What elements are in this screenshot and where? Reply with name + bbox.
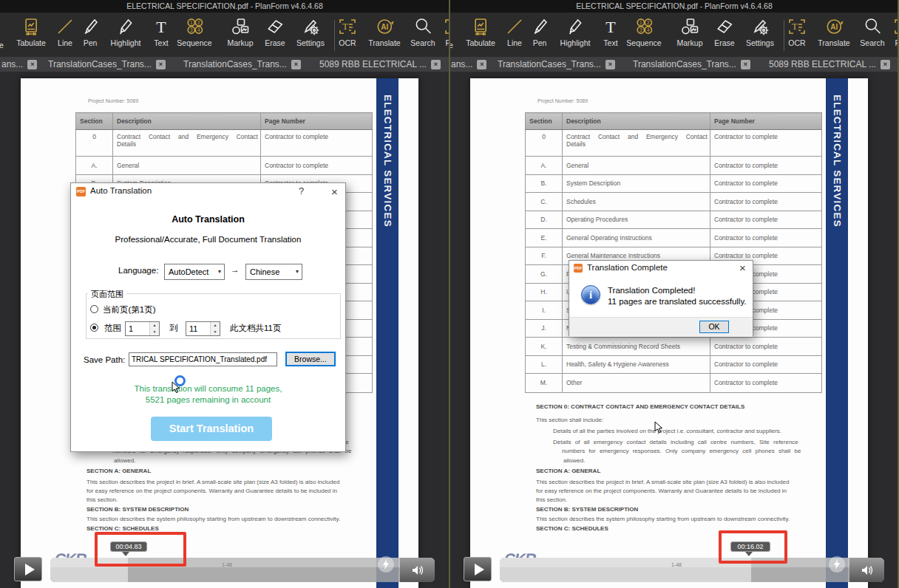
window-titlebar: ELECTRICAL SPECIFICATION.pdf - PlanForm … xyxy=(450,0,899,13)
toolbar-item-markup[interactable]: Markup xyxy=(676,17,702,48)
tab-close-icon[interactable]: × xyxy=(156,60,166,69)
browse-button[interactable]: Browse... xyxy=(285,352,336,366)
tabulate-icon xyxy=(471,17,490,36)
range-to-input[interactable]: 11▲▼ xyxy=(186,321,220,336)
toolbar-item-text[interactable]: TText xyxy=(601,17,620,48)
play-button[interactable] xyxy=(464,557,492,581)
lightning-button[interactable] xyxy=(829,556,845,572)
tab-close-icon[interactable]: × xyxy=(27,60,37,69)
cell-section: B. xyxy=(526,174,563,193)
spinner-arrows[interactable]: ▲▼ xyxy=(210,322,220,335)
ok-button[interactable]: OK xyxy=(699,321,729,333)
seek-bar[interactable]: 1-48 xyxy=(500,558,884,582)
start-translation-button[interactable]: Start Translation xyxy=(151,417,272,441)
svg-text:T: T xyxy=(605,18,616,36)
cell-description: Testing & Commissioning Record Sheets xyxy=(563,338,710,356)
line-icon xyxy=(505,17,524,36)
toolbar-item-tabulate[interactable]: Tabulate xyxy=(16,17,46,48)
source-language-select[interactable]: AutoDetect▾ xyxy=(164,264,225,280)
spinner-arrows[interactable]: ▲▼ xyxy=(149,322,159,335)
close-icon[interactable]: × xyxy=(331,185,338,198)
toolbar-item-sequence[interactable]: 1234Sequence xyxy=(626,17,661,48)
tab-3[interactable]: 5089 RBB ELECTRICAL ...× xyxy=(769,57,890,72)
tab-close-icon[interactable]: × xyxy=(741,60,750,69)
toolbar-item-clipped-right[interactable]: P xyxy=(438,17,450,48)
line-icon xyxy=(55,17,75,36)
help-button[interactable]: ? xyxy=(299,185,304,196)
lightning-button[interactable] xyxy=(378,556,394,572)
doc-text-line: SECTION A: GENERAL xyxy=(536,468,600,474)
toolbar-item-tabulate[interactable]: Tabulate xyxy=(466,17,495,48)
radio-page-range[interactable] xyxy=(90,324,98,332)
doc-text-line: allowed. xyxy=(563,457,585,464)
volume-button[interactable] xyxy=(400,558,435,582)
tab-1[interactable]: TranslationCases_Trans...× xyxy=(48,57,166,72)
volume-button[interactable] xyxy=(849,558,884,582)
doc-text-line: for easy reference on the project compon… xyxy=(536,488,787,494)
table-row: M.OtherContractor to complete xyxy=(526,374,822,393)
toolbar-item-highlight[interactable]: Highlight xyxy=(560,17,591,48)
project-number: Project Number: 5089 xyxy=(537,98,588,103)
toolbar-item-translate[interactable]: AITranslate xyxy=(368,17,400,48)
dialog-titlebar: PDF Auto Translation ? × xyxy=(71,183,345,199)
toolbar-item-settings[interactable]: Settings xyxy=(296,17,325,48)
cell-page: Contractor to complete xyxy=(710,130,822,157)
tab-0[interactable]: ans...× xyxy=(451,57,486,72)
toolbar-item-erase[interactable]: Erase xyxy=(265,17,285,48)
tab-close-icon[interactable]: × xyxy=(605,60,615,69)
toolbar-item-pen[interactable]: Pen xyxy=(530,17,549,48)
annotation-box xyxy=(719,530,787,564)
play-button[interactable] xyxy=(14,557,42,581)
toolbar-item-line[interactable]: Line xyxy=(505,17,524,48)
range-from-input[interactable]: 1▲▼ xyxy=(125,321,160,336)
toolbar-item-translate[interactable]: AITranslate xyxy=(818,17,849,48)
text-icon: T xyxy=(601,17,620,36)
save-path-input[interactable]: TRICAL SPECIFICATION_Translated.pdf xyxy=(129,352,277,366)
cell-section: J. xyxy=(526,319,563,338)
cell-page: Contractor to complete xyxy=(710,211,822,229)
range-to-label: 到 xyxy=(169,323,178,334)
toolbar-item-label: Search xyxy=(410,38,435,48)
save-path-label: Save Path: xyxy=(84,355,125,364)
tab-0[interactable]: ans...× xyxy=(1,57,37,72)
play-icon xyxy=(475,564,484,575)
cell-section: K. xyxy=(526,338,563,356)
doc-text-line: this section. xyxy=(536,496,567,503)
annotation-box xyxy=(95,532,186,567)
svg-text:4: 4 xyxy=(197,27,200,33)
toolbar-item-settings[interactable]: Settings xyxy=(746,17,774,48)
toolbar-item-clipped-left[interactable]: e xyxy=(0,41,4,50)
target-language-select[interactable]: Chinese▾ xyxy=(245,264,302,280)
tab-3[interactable]: 5089 RBB ELECTRICAL ...× xyxy=(319,57,441,72)
tab-close-icon[interactable]: × xyxy=(291,60,301,69)
radio-current-page-label: 当前页(第1页) xyxy=(103,304,156,315)
toolbar-item-ocr[interactable]: TOCR xyxy=(787,17,807,48)
ocr-icon: T xyxy=(787,17,807,36)
toolbar-item-ocr[interactable]: TOCR xyxy=(338,17,357,48)
toolbar-item-text[interactable]: TText xyxy=(152,17,171,48)
dialog-subheading: Professional/Accurate, Full Document Tra… xyxy=(71,235,345,244)
toolbar-item-erase[interactable]: Erase xyxy=(714,17,734,48)
toolbar-item-markup[interactable]: Markup xyxy=(227,17,253,48)
consume-text-line1: This translation will consume 11 pages, xyxy=(71,384,345,393)
radio-current-page[interactable] xyxy=(90,305,98,313)
toolbar-item-highlight[interactable]: Highlight xyxy=(111,17,141,48)
cell-section: M. xyxy=(526,374,563,393)
close-icon[interactable]: × xyxy=(739,261,746,274)
tab-close-icon[interactable]: × xyxy=(431,60,441,69)
toolbar-item-search[interactable]: Search xyxy=(410,17,435,48)
tab-2[interactable]: TranslationCases_Trans...× xyxy=(633,57,750,72)
search-icon xyxy=(863,17,882,36)
tab-1[interactable]: TranslationCases_Trans...× xyxy=(498,57,615,72)
toolbar-item-search[interactable]: Search xyxy=(860,17,884,48)
toolbar-item-sequence[interactable]: 1234Sequence xyxy=(177,17,211,48)
table-row: 0Contract Contact and Emergency Contact … xyxy=(526,130,822,157)
tab-2[interactable]: TranslationCases_Trans...× xyxy=(183,57,301,72)
side-banner: ELECTRICAL SERVICES xyxy=(826,78,848,588)
toolbar-item-line[interactable]: Line xyxy=(55,17,75,48)
tab-close-icon[interactable]: × xyxy=(477,60,486,69)
tab-close-icon[interactable]: × xyxy=(881,60,890,69)
duration-label: 1-48 xyxy=(222,562,232,567)
tab-label: TranslationCases_Trans... xyxy=(498,59,601,69)
toolbar-item-pen[interactable]: Pen xyxy=(81,17,100,48)
